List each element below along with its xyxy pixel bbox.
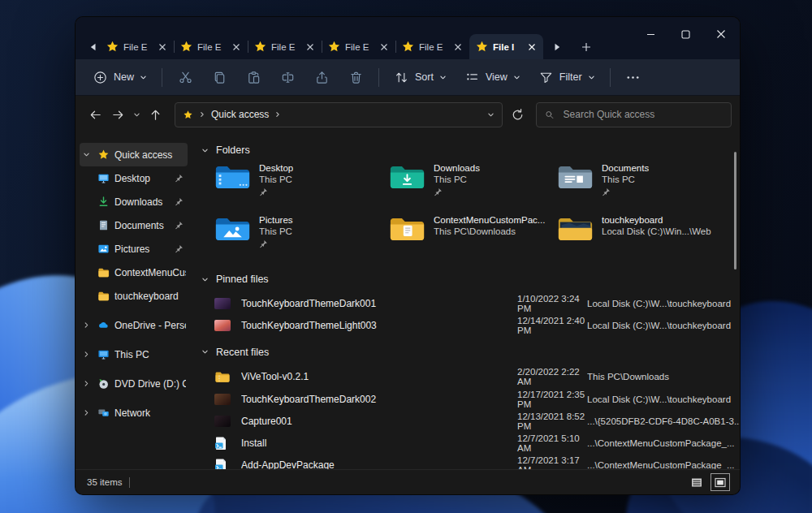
- tab-close-icon[interactable]: [451, 41, 464, 53]
- folder-tile-pictures[interactable]: Pictures This PC: [214, 213, 389, 258]
- navigation-pane: Quick access Desktop Downloads: [76, 133, 192, 469]
- tab-close-icon[interactable]: [230, 41, 242, 53]
- sidebar-item-onedrive[interactable]: OneDrive - Personal: [80, 313, 188, 337]
- section-folders-header[interactable]: Folders: [200, 144, 740, 156]
- section-pinned-files-header[interactable]: Pinned files: [200, 274, 740, 285]
- tab-file-explorer-active[interactable]: File I: [469, 34, 543, 59]
- section-title: Recent files: [216, 347, 269, 358]
- large-icons-view-button[interactable]: [712, 475, 728, 489]
- tab-strip: File E File E File E File E: [85, 33, 600, 59]
- file-row-touchkeyboardthemedark002[interactable]: TouchKeyboardThemeDark002 12/17/2021 2:3…: [214, 388, 740, 410]
- sidebar-item-this-pc[interactable]: This PC: [80, 343, 188, 366]
- image-file-icon: [214, 320, 232, 331]
- folder-tile-touchkeyboard[interactable]: touchkeyboard Local Disk (C:)\Win...\Web: [557, 213, 740, 258]
- minimize-button[interactable]: [633, 19, 668, 50]
- back-button[interactable]: [84, 103, 106, 126]
- file-date: 12/7/2021 5:10 AM: [517, 433, 587, 453]
- chevron-right-icon[interactable]: [81, 380, 92, 387]
- folder-tile-contextmenucustompac[interactable]: ContextMenuCustomPac... This PC\Download…: [389, 213, 557, 258]
- minimize-icon: [646, 30, 655, 39]
- paste-button[interactable]: [236, 63, 270, 91]
- details-view-button[interactable]: [689, 475, 705, 489]
- folder-tile-documents[interactable]: Documents This PC: [557, 162, 740, 206]
- file-row-touchkeyboardthemelight003[interactable]: TouchKeyboardThemeLight003 12/14/2021 2:…: [214, 314, 740, 336]
- vertical-scrollbar[interactable]: [734, 152, 736, 269]
- address-dropdown-icon[interactable]: [487, 111, 495, 119]
- breadcrumb-quick-access[interactable]: Quick access: [211, 109, 269, 120]
- file-name: Capture001: [241, 416, 517, 427]
- tab-file-explorer-2[interactable]: File E: [174, 34, 248, 59]
- search-input[interactable]: [562, 108, 723, 121]
- tab-file-explorer-1[interactable]: File E: [100, 34, 174, 59]
- chevron-down-icon[interactable]: [81, 151, 92, 158]
- status-divider: [129, 477, 130, 488]
- sidebar-item-label: Quick access: [114, 149, 186, 161]
- window-body: Quick access Desktop Downloads: [76, 133, 740, 469]
- view-button[interactable]: View: [456, 63, 529, 91]
- file-path: ...\ContextMenuCustomPackage_...: [587, 438, 740, 448]
- sidebar-item-downloads[interactable]: Downloads: [80, 190, 188, 213]
- delete-button[interactable]: [339, 63, 373, 91]
- tab-file-explorer-3[interactable]: File E: [248, 34, 322, 59]
- new-button[interactable]: New: [84, 63, 156, 91]
- maximize-button[interactable]: [668, 19, 703, 50]
- tab-file-explorer-4[interactable]: File E: [322, 34, 395, 59]
- sidebar-item-network[interactable]: Network: [80, 401, 188, 425]
- tab-close-icon[interactable]: [525, 41, 538, 53]
- sidebar-item-pictures[interactable]: Pictures: [80, 237, 188, 261]
- forward-button[interactable]: [106, 103, 129, 126]
- up-button[interactable]: [144, 103, 166, 126]
- search-box[interactable]: [536, 102, 732, 127]
- chevron-down-icon: [133, 111, 140, 119]
- file-row-add-appdevpackage[interactable]: Add-AppDevPackage 12/7/2021 3:17 AM ...\…: [214, 455, 740, 469]
- tab-scroll-right-button[interactable]: [550, 35, 564, 59]
- desktop-folder-icon: [214, 162, 251, 192]
- tab-close-icon[interactable]: [304, 41, 316, 53]
- sidebar-item-touchkeyboard[interactable]: touchkeyboard: [80, 284, 188, 308]
- sidebar-item-contextmenucust[interactable]: ContextMenuCust: [80, 261, 188, 284]
- open-folder-icon: [557, 214, 594, 244]
- recent-locations-button[interactable]: [129, 103, 144, 126]
- tab-scroll-left-button[interactable]: [85, 35, 100, 59]
- chevron-down-icon[interactable]: [200, 348, 210, 356]
- filter-button[interactable]: Filter: [529, 63, 604, 91]
- chevron-right-icon[interactable]: [81, 351, 92, 358]
- tab-file-explorer-5[interactable]: File E: [395, 34, 469, 59]
- file-row-touchkeyboardthemedark001[interactable]: TouchKeyboardThemeDark001 1/10/2022 3:24…: [214, 292, 740, 314]
- file-name: ViVeTool-v0.2.1: [241, 371, 517, 382]
- cut-button[interactable]: [168, 63, 202, 91]
- sidebar-item-dvd-drive[interactable]: DVD Drive (D:) CCCC: [80, 372, 188, 395]
- more-options-button[interactable]: [616, 63, 650, 91]
- file-row-vivetool[interactable]: ViVeTool-v0.2.1 2/20/2022 2:22 AM This P…: [214, 366, 740, 388]
- sidebar-item-documents[interactable]: Documents: [80, 213, 188, 237]
- share-button[interactable]: [304, 63, 339, 91]
- address-bar[interactable]: Quick access: [175, 102, 503, 127]
- tab-close-icon[interactable]: [156, 41, 168, 53]
- folder-tile-downloads[interactable]: Downloads This PC: [389, 162, 557, 206]
- file-row-capture001[interactable]: Capture001 12/13/2021 8:52 PM ...\{5205D…: [214, 410, 740, 432]
- close-button[interactable]: [703, 19, 738, 50]
- pictures-icon: [97, 243, 110, 256]
- large-icons-view-icon: [715, 477, 726, 488]
- file-row-install[interactable]: Install 12/7/2021 5:10 AM ...\ContextMen…: [214, 432, 740, 454]
- section-recent-files-header[interactable]: Recent files: [200, 347, 740, 358]
- new-tab-button[interactable]: [572, 34, 600, 59]
- sidebar-item-desktop[interactable]: Desktop: [80, 166, 188, 190]
- tab-close-icon[interactable]: [378, 41, 390, 53]
- section-title: Pinned files: [216, 274, 269, 285]
- sort-button-label: Sort: [415, 71, 434, 83]
- copy-button[interactable]: [202, 63, 236, 91]
- refresh-button[interactable]: [505, 102, 529, 127]
- ellipsis-icon: [625, 70, 641, 85]
- folder-tile-desktop[interactable]: Desktop This PC: [214, 162, 389, 206]
- chevron-right-icon[interactable]: [81, 409, 92, 416]
- chevron-down-icon[interactable]: [200, 276, 210, 283]
- sort-button[interactable]: Sort: [385, 63, 456, 91]
- sidebar-item-quick-access[interactable]: Quick access: [80, 143, 188, 166]
- chevron-right-icon[interactable]: [81, 321, 92, 329]
- rename-button[interactable]: [270, 63, 304, 91]
- chevron-down-icon[interactable]: [200, 147, 210, 154]
- file-name: TouchKeyboardThemeDark001: [241, 298, 517, 309]
- filter-funnel-icon: [538, 70, 554, 85]
- tab-label: File E: [345, 42, 374, 52]
